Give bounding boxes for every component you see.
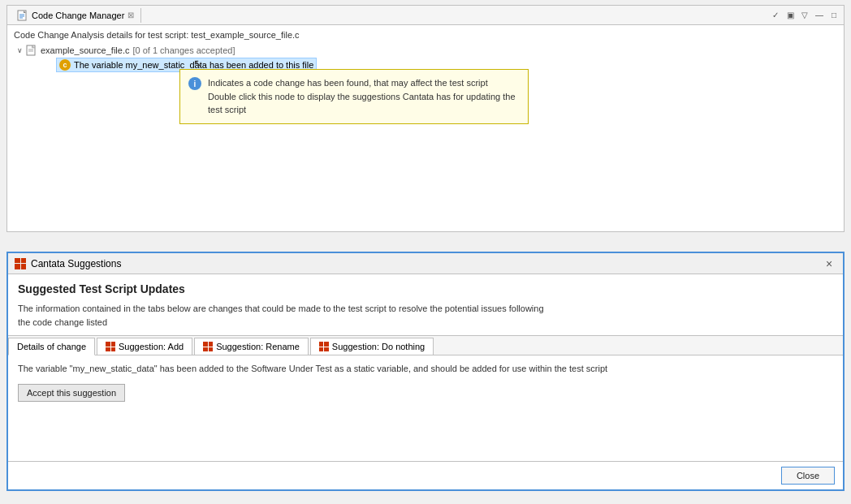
tab-details-of-change[interactable]: Details of change <box>8 338 95 355</box>
tab-label-rename: Suggestion: Rename <box>216 342 300 351</box>
dialog-close-footer-button[interactable]: Close <box>781 467 835 485</box>
file-icon <box>26 45 37 56</box>
tree-root-item[interactable]: ∨ example_source_file.c [0 of 1 changes … <box>17 45 837 56</box>
checkmark-icon[interactable]: ✓ <box>769 9 782 22</box>
dialog-footer: Close <box>8 461 843 489</box>
tooltip-info-icon: i <box>188 77 201 90</box>
tree-root-changes-count: [0 of 1 changes accepted] <box>132 45 235 55</box>
code-change-icon <box>17 10 28 21</box>
suggestion-add-icon <box>106 342 115 351</box>
dialog-body: Suggested Test Script Updates The inform… <box>8 274 843 461</box>
cursor: ↖ <box>193 57 203 70</box>
tree-container: ∨ example_source_file.c [0 of 1 changes … <box>14 45 837 72</box>
minimize-icon[interactable]: — <box>813 9 826 22</box>
dialog-title-text: Cantata Suggestions <box>31 258 121 269</box>
cantata-suggestions-dialog: Cantata Suggestions × Suggested Test Scr… <box>6 252 845 491</box>
tab-suggestion-rename[interactable]: Suggestion: Rename <box>194 338 309 355</box>
dialog-app-icon <box>15 258 26 269</box>
dialog-description-text: The information contained in the tabs be… <box>18 304 544 327</box>
toolbar-icons: ✓ ▣ ▽ — □ <box>769 9 840 22</box>
panel-tab[interactable]: Code Change Manager ⊠ <box>11 8 141 23</box>
tooltip-box: i Indicates a code change has been found… <box>179 69 529 124</box>
tree-root-label: example_source_file.c <box>41 45 129 55</box>
tab-label-do-nothing: Suggestion: Do nothing <box>332 342 425 351</box>
tab-content-area: The variable "my_new_static_data" has be… <box>8 355 843 461</box>
dropdown-icon[interactable]: ▽ <box>798 9 811 22</box>
dialog-titlebar: Cantata Suggestions × <box>8 253 843 274</box>
content-text: The variable "my_new_static_data" has be… <box>18 362 833 376</box>
change-warning-icon: c <box>59 59 71 71</box>
tab-label-add: Suggestion: Add <box>119 342 184 351</box>
panel-content: Code Change Analysis details for test sc… <box>7 25 844 77</box>
dialog-description: The information contained in the tabs be… <box>8 299 843 336</box>
tooltip-line1: Indicates a code change has been found, … <box>208 76 520 90</box>
tooltip-content: Indicates a code change has been found, … <box>208 76 520 117</box>
analysis-header: Code Change Analysis details for test sc… <box>14 30 837 40</box>
tooltip-line2: Double click this node to display the su… <box>208 90 520 117</box>
maximize-icon[interactable]: □ <box>827 9 840 22</box>
panel-tab-title: Code Change Manager <box>32 11 124 20</box>
suggestion-rename-icon <box>203 342 213 351</box>
tab-suggestion-do-nothing[interactable]: Suggestion: Do nothing <box>310 338 434 355</box>
tree-expand-arrow[interactable]: ∨ <box>17 46 23 54</box>
dialog-tabs-bar: Details of change Suggestion: Add Sugges… <box>8 336 843 355</box>
tab-label-details: Details of change <box>17 342 86 351</box>
panel-tab-close[interactable]: ⊠ <box>127 11 134 19</box>
code-change-manager-panel: Code Change Manager ⊠ ✓ ▣ ▽ — □ Code Cha… <box>6 5 845 232</box>
tab-suggestion-add[interactable]: Suggestion: Add <box>97 338 192 355</box>
accept-suggestion-button[interactable]: Accept this suggestion <box>18 384 125 402</box>
dialog-title: Cantata Suggestions <box>15 258 121 269</box>
dialog-close-button[interactable]: × <box>822 256 836 271</box>
dialog-heading: Suggested Test Script Updates <box>8 274 843 299</box>
suggestion-donothing-icon <box>319 342 329 351</box>
grid-icon[interactable]: ▣ <box>784 9 797 22</box>
tab-bar: Code Change Manager ⊠ ✓ ▣ ▽ — □ <box>7 6 844 25</box>
